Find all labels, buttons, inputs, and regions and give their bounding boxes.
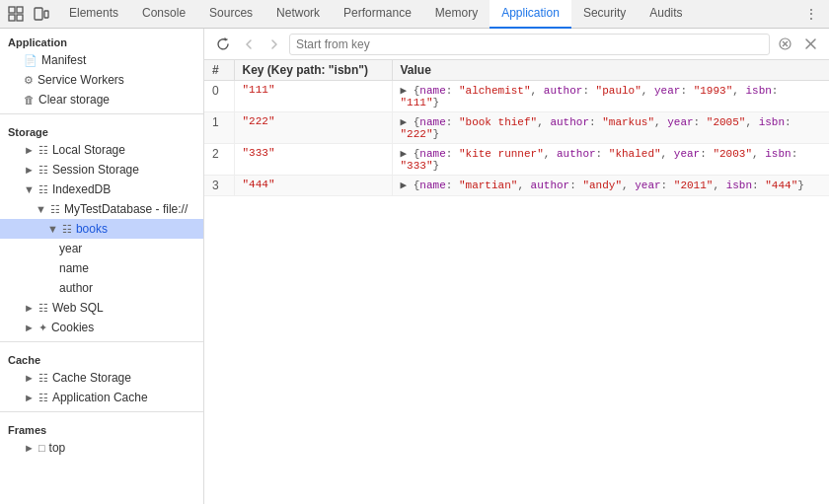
sidebar-item-cache-storage[interactable]: ► ☷ Cache Storage xyxy=(0,368,203,388)
next-page-button[interactable] xyxy=(264,34,285,55)
main-layout: Application 📄 Manifest ⚙ Service Workers… xyxy=(0,29,829,504)
expand-icon-books: ▼ xyxy=(47,223,58,235)
tab-security[interactable]: Security xyxy=(571,0,638,29)
expand-icon-top: ► xyxy=(24,442,35,454)
sidebar-item-author[interactable]: author xyxy=(0,278,203,298)
cancel-search-button[interactable] xyxy=(774,34,795,55)
expand-icon-mytestdb: ▼ xyxy=(36,203,46,215)
tab-console[interactable]: Console xyxy=(130,0,197,29)
col-header-value: Value xyxy=(392,60,829,81)
local-storage-icon: ☷ xyxy=(38,144,48,157)
table-icon: ☷ xyxy=(62,223,72,236)
cell-key: "333" xyxy=(234,144,392,176)
divider-cache xyxy=(0,341,203,342)
author-label: author xyxy=(59,281,93,295)
col-header-num: # xyxy=(204,60,234,81)
tab-elements[interactable]: Elements xyxy=(57,0,130,29)
expand-icon-cookies: ► xyxy=(24,322,35,333)
mytestdb-label: MyTestDatabase - file:// xyxy=(64,202,188,216)
db-toolbar xyxy=(204,29,829,60)
service-workers-icon: ⚙ xyxy=(24,74,34,87)
sidebar-item-websql[interactable]: ► ☷ Web SQL xyxy=(0,298,203,318)
cell-num: 2 xyxy=(204,144,234,176)
cell-num: 1 xyxy=(204,112,234,144)
sidebar: Application 📄 Manifest ⚙ Service Workers… xyxy=(0,29,204,504)
sidebar-item-year[interactable]: year xyxy=(0,239,203,258)
local-storage-label: Local Storage xyxy=(52,143,125,157)
table-row[interactable]: 3 "444" ▶ {name: "martian", author: "and… xyxy=(204,176,829,196)
tab-audits[interactable]: Audits xyxy=(638,0,694,29)
indexeddb-label: IndexedDB xyxy=(52,182,111,196)
tab-performance[interactable]: Performance xyxy=(332,0,423,29)
table-header-row: # Key (Key path: "isbn") Value xyxy=(204,60,829,81)
device-toolbar-icon[interactable] xyxy=(30,2,53,26)
sidebar-item-clear-storage[interactable]: 🗑 Clear storage xyxy=(0,90,203,109)
name-label: name xyxy=(59,261,89,275)
svg-rect-0 xyxy=(9,7,15,13)
prev-page-button[interactable] xyxy=(238,34,260,55)
expand-icon-cache: ► xyxy=(24,372,35,384)
expand-icon-local: ► xyxy=(24,144,35,156)
sidebar-item-mytestdb[interactable]: ▼ ☷ MyTestDatabase - file:// xyxy=(0,199,203,219)
session-storage-icon: ☷ xyxy=(38,164,48,177)
sidebar-item-service-workers[interactable]: ⚙ Service Workers xyxy=(0,70,203,90)
sidebar-item-name[interactable]: name xyxy=(0,258,203,278)
tab-bar: Elements Console Sources Network Perform… xyxy=(0,0,829,29)
cookies-icon: ✦ xyxy=(38,322,47,334)
sidebar-item-session-storage[interactable]: ► ☷ Session Storage xyxy=(0,160,203,180)
tab-memory[interactable]: Memory xyxy=(423,0,490,29)
cell-key: "111" xyxy=(234,81,392,112)
websql-icon: ☷ xyxy=(38,302,48,315)
content-area: # Key (Key path: "isbn") Value 0 "111" ▶… xyxy=(204,29,829,504)
svg-rect-5 xyxy=(44,11,48,18)
refresh-button[interactable] xyxy=(212,34,234,55)
expand-icon-websql: ► xyxy=(24,302,35,314)
cell-num: 0 xyxy=(204,81,234,112)
cell-key: "444" xyxy=(234,176,392,196)
divider-storage xyxy=(0,113,203,114)
cache-storage-icon: ☷ xyxy=(38,372,48,385)
svg-rect-2 xyxy=(17,7,23,13)
tab-application[interactable]: Application xyxy=(490,0,571,29)
cell-key: "222" xyxy=(234,112,392,144)
cell-value: ▶ {name: "alchemist", author: "paulo", y… xyxy=(392,81,829,112)
svg-rect-3 xyxy=(17,15,23,21)
db-table: # Key (Key path: "isbn") Value 0 "111" ▶… xyxy=(204,60,829,504)
section-application-label: Application xyxy=(0,29,203,50)
sidebar-item-cookies[interactable]: ► ✦ Cookies xyxy=(0,318,203,337)
sidebar-item-top[interactable]: ► □ top xyxy=(0,438,203,458)
sidebar-item-manifest[interactable]: 📄 Manifest xyxy=(0,50,203,70)
indexeddb-icon: ☷ xyxy=(38,183,48,196)
tab-sources[interactable]: Sources xyxy=(197,0,264,29)
tab-network[interactable]: Network xyxy=(264,0,332,29)
table-row[interactable]: 0 "111" ▶ {name: "alchemist", author: "p… xyxy=(204,81,829,112)
expand-icon-appcache: ► xyxy=(24,392,35,403)
clear-storage-icon: 🗑 xyxy=(24,94,35,106)
cell-value: ▶ {name: "kite runner", author: "khaled"… xyxy=(392,144,829,176)
sidebar-item-indexeddb[interactable]: ▼ ☷ IndexedDB xyxy=(0,180,203,199)
sidebar-item-local-storage[interactable]: ► ☷ Local Storage xyxy=(0,140,203,160)
table-row[interactable]: 1 "222" ▶ {name: "book thief", author: "… xyxy=(204,112,829,144)
books-label: books xyxy=(76,222,108,236)
inspect-icon[interactable] xyxy=(4,2,28,26)
frame-icon: □ xyxy=(38,442,45,454)
websql-label: Web SQL xyxy=(52,301,104,315)
close-panel-button[interactable] xyxy=(799,34,821,55)
db-icon: ☷ xyxy=(50,203,60,216)
top-label: top xyxy=(49,441,66,455)
sidebar-item-app-cache[interactable]: ► ☷ Application Cache xyxy=(0,388,203,407)
tab-bar-left-icons xyxy=(0,2,57,26)
section-cache-label: Cache xyxy=(0,346,203,368)
manifest-label: Manifest xyxy=(41,53,86,67)
expand-icon-idb: ▼ xyxy=(24,183,35,195)
sidebar-item-books[interactable]: ▼ ☷ books xyxy=(0,219,203,239)
year-label: year xyxy=(59,242,82,255)
cell-value: ▶ {name: "martian", author: "andy", year… xyxy=(392,176,829,196)
svg-rect-4 xyxy=(35,8,42,20)
table-row[interactable]: 2 "333" ▶ {name: "kite runner", author: … xyxy=(204,144,829,176)
data-table: # Key (Key path: "isbn") Value 0 "111" ▶… xyxy=(204,60,829,196)
more-tabs-icon[interactable]: ⋮ xyxy=(799,2,823,26)
cache-storage-label: Cache Storage xyxy=(52,371,131,385)
cell-num: 3 xyxy=(204,176,234,196)
start-from-key-input[interactable] xyxy=(289,34,770,55)
